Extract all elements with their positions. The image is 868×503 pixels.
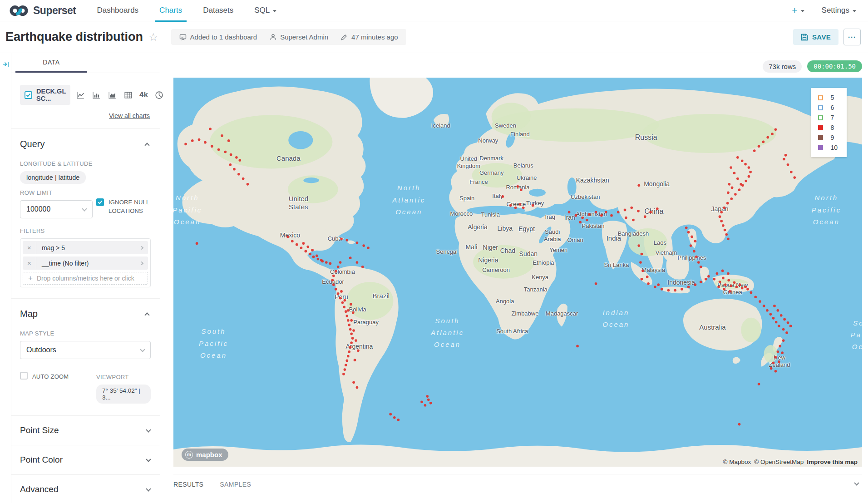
filter-chip-time-no-filter[interactable]: ×__time (No filter) bbox=[23, 256, 148, 270]
tab-samples[interactable]: SAMPLES bbox=[220, 481, 251, 488]
earthquake-point bbox=[787, 163, 789, 166]
earthquake-point bbox=[420, 401, 423, 404]
mapbox-logo[interactable]: m mapbox bbox=[182, 449, 228, 461]
favorite-star-icon[interactable]: ☆ bbox=[148, 32, 158, 43]
meta-47-minutes-ago[interactable]: 47 minutes ago bbox=[341, 33, 398, 41]
earthquake-point bbox=[705, 278, 707, 281]
earthquake-point bbox=[654, 286, 656, 288]
earthquake-point bbox=[429, 402, 432, 404]
query-section-header[interactable]: Query bbox=[20, 129, 151, 157]
earthquake-point bbox=[362, 244, 365, 247]
nav-item-new[interactable]: + bbox=[792, 5, 804, 16]
row-limit-select[interactable]: 100000 bbox=[20, 200, 93, 218]
earthquake-point bbox=[720, 220, 723, 222]
meta-added-to-1-dashboard[interactable]: Added to 1 dashboard bbox=[179, 33, 257, 41]
nav-item-sql[interactable]: SQL bbox=[254, 0, 276, 21]
line-chart-icon[interactable] bbox=[76, 90, 85, 100]
earthquake-point bbox=[726, 202, 729, 205]
earthquake-point bbox=[230, 153, 232, 156]
map-style-select[interactable]: Outdoors bbox=[20, 341, 151, 359]
earthquake-point bbox=[656, 207, 659, 210]
expand-panel-icon[interactable] bbox=[2, 60, 10, 68]
earthquake-point bbox=[306, 246, 309, 248]
mapbox-attribution-link[interactable]: © Mapbox bbox=[723, 459, 751, 465]
osm-attribution-link[interactable]: © OpenStreetMap bbox=[754, 459, 804, 465]
earthquake-point bbox=[750, 291, 753, 294]
earthquake-point bbox=[345, 315, 348, 317]
selected-viz-chip[interactable]: DECK.GL SC... bbox=[20, 85, 70, 105]
legend-value: 8 bbox=[830, 124, 834, 131]
collapse-results-icon[interactable] bbox=[855, 480, 858, 488]
section-advanced[interactable]: Advanced bbox=[11, 474, 160, 503]
chevron-up-icon bbox=[144, 312, 149, 317]
earthquake-point bbox=[581, 217, 584, 219]
earthquake-point bbox=[311, 249, 314, 252]
earthquake-point bbox=[727, 279, 730, 282]
earthquake-point bbox=[184, 143, 187, 145]
map-section-header[interactable]: Map bbox=[20, 299, 151, 326]
improve-map-link[interactable]: Improve this map bbox=[807, 459, 858, 465]
auto-zoom-checkbox[interactable] bbox=[20, 372, 28, 380]
ignore-null-label[interactable]: IGNORE NULL LOCATIONS bbox=[108, 198, 151, 216]
big-number-icon[interactable]: 4k bbox=[139, 90, 148, 99]
earthquake-point bbox=[356, 386, 359, 389]
section-point-size[interactable]: Point Size bbox=[11, 415, 160, 445]
earthquake-point bbox=[238, 159, 241, 162]
earthquake-point bbox=[349, 328, 352, 331]
more-options-button[interactable]: ··· bbox=[843, 29, 861, 45]
earthquake-point bbox=[687, 231, 690, 234]
save-button[interactable]: SAVE bbox=[793, 29, 838, 45]
earthquake-point bbox=[337, 292, 340, 295]
filter-drop-zone[interactable]: + Drop columns/metrics here or click bbox=[23, 272, 148, 285]
earthquake-point bbox=[727, 191, 730, 194]
nav-item-charts[interactable]: Charts bbox=[159, 0, 182, 21]
legend-item-10: 10 bbox=[818, 144, 838, 151]
nav-item-settings[interactable]: Settings bbox=[822, 6, 856, 15]
legend-swatch bbox=[818, 105, 823, 110]
earthquake-point bbox=[340, 238, 343, 241]
filter-chip-mag-5[interactable]: ×mag > 5 bbox=[23, 241, 148, 254]
earthquake-point bbox=[782, 339, 785, 342]
viz-selected-checkbox[interactable] bbox=[25, 91, 32, 99]
tab-data[interactable]: DATA bbox=[15, 53, 87, 73]
remove-filter-icon[interactable]: × bbox=[23, 257, 36, 269]
superset-logo[interactable]: Superset bbox=[9, 5, 76, 17]
meta-superset-admin[interactable]: Superset Admin bbox=[270, 33, 328, 41]
deckgl-map[interactable]: North Pacific OceanNorth Atlantic OceanS… bbox=[173, 78, 862, 467]
section-title: Point Size bbox=[20, 425, 59, 435]
section-point-color[interactable]: Point Color bbox=[11, 445, 160, 474]
earthquake-point bbox=[790, 171, 793, 173]
earthquake-point bbox=[344, 368, 346, 371]
earthquake-point bbox=[784, 154, 787, 157]
earthquake-point bbox=[649, 211, 652, 213]
earthquake-point bbox=[352, 311, 355, 314]
bar-chart-icon[interactable] bbox=[92, 90, 101, 100]
earthquake-point bbox=[727, 272, 730, 275]
earthquake-point bbox=[740, 183, 742, 186]
legend-item-7: 7 bbox=[818, 114, 838, 121]
table-icon[interactable] bbox=[123, 90, 133, 100]
legend-value: 9 bbox=[830, 134, 834, 141]
viewport-value-chip[interactable]: 7° 35' 54.02" | 3... bbox=[96, 385, 151, 404]
auto-zoom-label[interactable]: AUTO ZOOM bbox=[32, 373, 69, 381]
dropdown-caret-icon bbox=[273, 10, 276, 12]
check-icon bbox=[26, 93, 31, 98]
remove-filter-icon[interactable]: × bbox=[23, 242, 36, 254]
earthquake-point bbox=[774, 370, 777, 373]
view-all-charts-link[interactable]: View all charts bbox=[20, 112, 150, 119]
lonlat-chip[interactable]: longitude | latitude bbox=[20, 171, 86, 184]
nav-item-datasets[interactable]: Datasets bbox=[203, 0, 233, 21]
earthquake-point bbox=[758, 383, 760, 385]
earthquake-point bbox=[345, 364, 347, 366]
earthquake-point bbox=[637, 210, 640, 212]
earthquake-point bbox=[191, 139, 194, 142]
nav-item-dashboards[interactable]: Dashboards bbox=[97, 0, 138, 21]
earthquake-point bbox=[345, 360, 348, 362]
tab-results[interactable]: RESULTS bbox=[173, 481, 203, 488]
area-chart-icon[interactable] bbox=[108, 90, 117, 100]
ignore-null-checkbox[interactable] bbox=[96, 198, 104, 206]
earthquake-point bbox=[713, 278, 715, 281]
legend-swatch bbox=[818, 135, 823, 140]
earthquake-point bbox=[517, 185, 519, 188]
legend-item-9: 9 bbox=[818, 134, 838, 141]
